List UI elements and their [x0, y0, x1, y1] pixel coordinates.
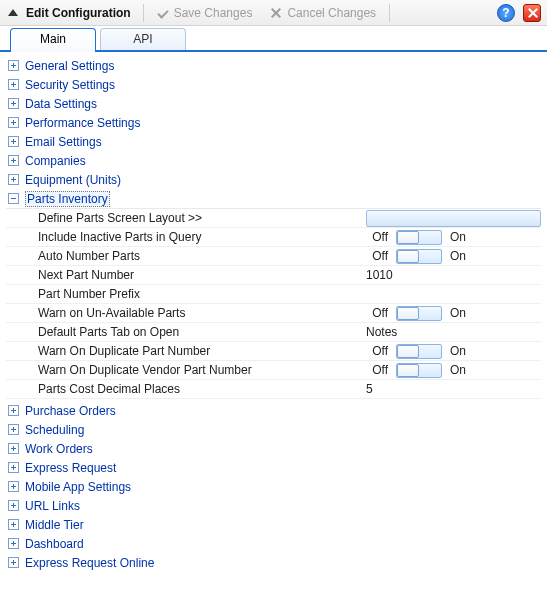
help-button[interactable]: ?	[497, 4, 515, 22]
include-inactive-toggle[interactable]	[396, 230, 442, 245]
section-companies[interactable]: Companies	[6, 151, 541, 170]
off-label: Off	[366, 230, 388, 244]
section-label: Companies	[25, 154, 86, 168]
row-auto-number: Auto Number Parts Off On	[6, 247, 541, 266]
row-cost-decimals: Parts Cost Decimal Places 5	[6, 380, 541, 399]
section-scheduling[interactable]: Scheduling	[6, 420, 541, 439]
section-label: Work Orders	[25, 442, 93, 456]
prop-label: Default Parts Tab on Open	[6, 325, 358, 339]
off-label: Off	[366, 363, 388, 377]
section-purchase-orders[interactable]: Purchase Orders	[6, 401, 541, 420]
expand-icon[interactable]	[8, 155, 19, 166]
section-security-settings[interactable]: Security Settings	[6, 75, 541, 94]
expand-icon[interactable]	[8, 79, 19, 90]
section-label: Data Settings	[25, 97, 97, 111]
warn-dup-vendor-toggle[interactable]	[396, 363, 442, 378]
off-label: Off	[366, 306, 388, 320]
row-warn-unavailable: Warn on Un-Available Parts Off On	[6, 304, 541, 323]
off-label: Off	[366, 249, 388, 263]
section-label: Mobile App Settings	[25, 480, 131, 494]
expand-icon[interactable]	[8, 557, 19, 568]
warn-dup-part-toggle[interactable]	[396, 344, 442, 359]
section-performance-settings[interactable]: Performance Settings	[6, 113, 541, 132]
expand-icon[interactable]	[8, 462, 19, 473]
cost-decimals-value[interactable]: 5	[366, 382, 373, 396]
expand-icon[interactable]	[8, 60, 19, 71]
settings-tree: General Settings Security Settings Data …	[0, 52, 547, 580]
expand-icon[interactable]	[8, 405, 19, 416]
prop-label: Auto Number Parts	[6, 249, 358, 263]
section-label: Email Settings	[25, 135, 102, 149]
section-label: Parts Inventory	[25, 191, 110, 207]
on-label: On	[450, 363, 466, 377]
expand-icon[interactable]	[8, 424, 19, 435]
on-label: On	[450, 230, 466, 244]
define-layout-button[interactable]	[366, 210, 541, 227]
prop-label: Warn On Duplicate Part Number	[6, 344, 358, 358]
on-label: On	[450, 249, 466, 263]
separator	[389, 4, 390, 22]
row-include-inactive: Include Inactive Parts in Query Off On	[6, 228, 541, 247]
prop-label: Warn on Un-Available Parts	[6, 306, 358, 320]
on-label: On	[450, 344, 466, 358]
on-label: On	[450, 306, 466, 320]
expand-icon[interactable]	[8, 117, 19, 128]
section-express-request[interactable]: Express Request	[6, 458, 541, 477]
collapse-chevron-icon[interactable]	[8, 9, 18, 16]
row-warn-dup-vendor: Warn On Duplicate Vendor Part Number Off…	[6, 361, 541, 380]
expand-icon[interactable]	[8, 519, 19, 530]
prop-label: Include Inactive Parts in Query	[6, 230, 358, 244]
tab-api[interactable]: API	[100, 28, 186, 50]
expand-icon[interactable]	[8, 98, 19, 109]
off-label: Off	[366, 344, 388, 358]
expand-icon[interactable]	[8, 538, 19, 549]
x-icon	[270, 7, 282, 19]
section-email-settings[interactable]: Email Settings	[6, 132, 541, 151]
expand-icon[interactable]	[8, 136, 19, 147]
prop-label: Next Part Number	[6, 268, 358, 282]
parts-inventory-properties: Define Parts Screen Layout >> Include In…	[6, 208, 541, 399]
toolbar: Edit Configuration Save Changes Cancel C…	[0, 0, 547, 26]
section-label: Performance Settings	[25, 116, 140, 130]
collapse-icon[interactable]	[8, 193, 19, 204]
section-label: General Settings	[25, 59, 114, 73]
section-mobile-app[interactable]: Mobile App Settings	[6, 477, 541, 496]
default-tab-value[interactable]: Notes	[366, 325, 397, 339]
prop-label: Part Number Prefix	[6, 287, 358, 301]
section-general-settings[interactable]: General Settings	[6, 56, 541, 75]
expand-icon[interactable]	[8, 443, 19, 454]
prop-label: Parts Cost Decimal Places	[6, 382, 358, 396]
tab-main[interactable]: Main	[10, 28, 96, 52]
row-warn-dup-part: Warn On Duplicate Part Number Off On	[6, 342, 541, 361]
section-label: Express Request	[25, 461, 116, 475]
save-changes-button[interactable]: Save Changes	[150, 3, 260, 23]
section-label: Security Settings	[25, 78, 115, 92]
prop-label: Define Parts Screen Layout >>	[6, 211, 358, 225]
warn-unavailable-toggle[interactable]	[396, 306, 442, 321]
section-work-orders[interactable]: Work Orders	[6, 439, 541, 458]
expand-icon[interactable]	[8, 500, 19, 511]
section-equipment[interactable]: Equipment (Units)	[6, 170, 541, 189]
cancel-changes-button[interactable]: Cancel Changes	[263, 3, 383, 23]
expand-icon[interactable]	[8, 481, 19, 492]
section-label: Purchase Orders	[25, 404, 116, 418]
section-middle-tier[interactable]: Middle Tier	[6, 515, 541, 534]
prop-label: Warn On Duplicate Vendor Part Number	[6, 363, 358, 377]
row-next-part-number: Next Part Number 1010	[6, 266, 541, 285]
save-label: Save Changes	[174, 6, 253, 20]
close-button[interactable]	[523, 4, 541, 22]
section-dashboard[interactable]: Dashboard	[6, 534, 541, 553]
section-label: Express Request Online	[25, 556, 154, 570]
next-part-number-value[interactable]: 1010	[366, 268, 393, 282]
section-parts-inventory[interactable]: Parts Inventory	[6, 189, 541, 208]
section-url-links[interactable]: URL Links	[6, 496, 541, 515]
section-express-request-online[interactable]: Express Request Online	[6, 553, 541, 572]
section-label: Equipment (Units)	[25, 173, 121, 187]
section-data-settings[interactable]: Data Settings	[6, 94, 541, 113]
section-label: URL Links	[25, 499, 80, 513]
expand-icon[interactable]	[8, 174, 19, 185]
cancel-label: Cancel Changes	[287, 6, 376, 20]
auto-number-toggle[interactable]	[396, 249, 442, 264]
toolbar-title: Edit Configuration	[26, 6, 131, 20]
tab-strip: Main API	[0, 26, 547, 52]
